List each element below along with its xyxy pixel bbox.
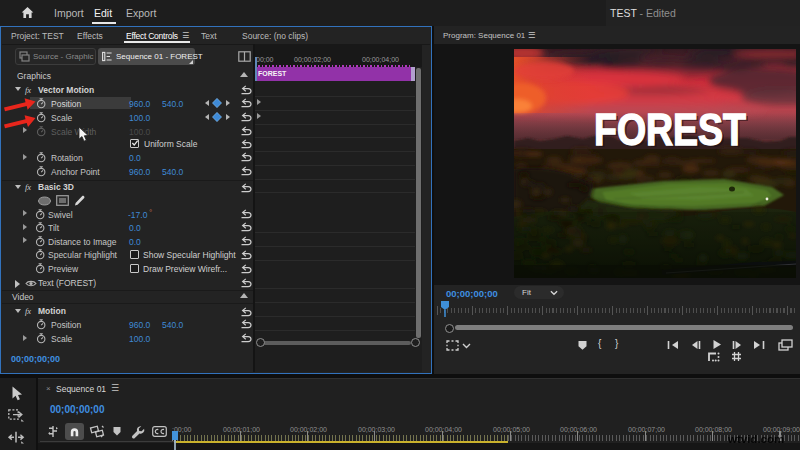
svg-text:FOREST: FOREST — [594, 104, 746, 155]
